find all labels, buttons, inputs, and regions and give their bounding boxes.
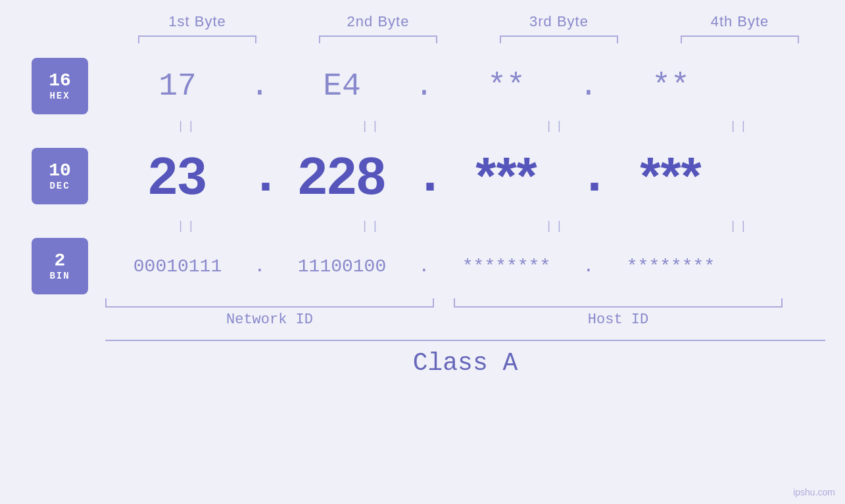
eq2-b1: || [105, 219, 270, 233]
network-id-bracket-line [105, 298, 434, 308]
hex-dot1: . [250, 68, 270, 104]
class-bracket-line [105, 340, 825, 341]
hex-row-container: 16 HEX 17 . E4 . ** . ** [0, 57, 845, 116]
hex-dot2: . [414, 68, 434, 104]
hex-number: 16 [49, 71, 71, 91]
dec-base-label: 10 DEC [32, 148, 88, 204]
bin-dot2: . [414, 256, 434, 277]
bin-row-container: 2 BIN 00010111 . 11100100 . ******** . *… [0, 237, 845, 296]
eq1-b1: || [105, 120, 270, 133]
eq2-b4: || [658, 219, 822, 233]
dec-values-row: 23 . 228 . *** . *** [105, 146, 743, 206]
bin-dot3: . [579, 256, 598, 277]
bracket-b3 [500, 35, 618, 43]
watermark: ipshu.com [793, 487, 835, 497]
bin-number: 2 [55, 251, 66, 271]
bin-b4: ******** [598, 256, 743, 277]
class-section: Class A [0, 340, 845, 377]
bin-b1: 00010111 [105, 256, 250, 277]
eq2-b3: || [473, 219, 638, 233]
dec-b2: 228 [270, 146, 414, 206]
hex-values-row: 17 . E4 . ** . ** [105, 68, 743, 104]
network-id-bracket-wrap: Network ID [105, 298, 434, 328]
eq1-b4: || [658, 120, 822, 133]
hex-b4: ** [598, 68, 743, 104]
eq2-b2: || [289, 219, 454, 233]
hex-b2: E4 [270, 68, 414, 104]
main-container: 1st Byte 2nd Byte 3rd Byte 4th Byte 16 H… [0, 0, 845, 504]
bottom-bracket-section: Network ID Host ID [0, 298, 845, 328]
bin-b2: 11100100 [270, 256, 414, 277]
dec-b4: *** [598, 146, 743, 206]
network-id-label: Network ID [226, 311, 313, 328]
bin-base-label: 2 BIN [32, 238, 88, 294]
host-id-bracket-wrap: Host ID [454, 298, 783, 328]
host-id-bracket-line [454, 298, 783, 308]
byte-headers: 1st Byte 2nd Byte 3rd Byte 4th Byte [0, 13, 845, 30]
top-brackets [0, 35, 845, 43]
hex-label: HEX [49, 91, 70, 101]
hex-dot3: . [579, 68, 598, 104]
dec-row-container: 10 DEC 23 . 228 . *** . *** [0, 137, 845, 216]
equals-row-1: || || || || [0, 116, 845, 137]
class-label: Class A [413, 349, 518, 377]
hex-b3: ** [434, 68, 579, 104]
dec-dot2: . [414, 147, 434, 206]
dec-label: DEC [49, 181, 70, 191]
dec-b3: *** [434, 146, 579, 206]
bin-values-row: 00010111 . 11100100 . ******** . *******… [105, 256, 743, 277]
dec-number: 10 [49, 161, 71, 181]
byte2-header: 2nd Byte [288, 13, 469, 30]
byte4-header: 4th Byte [650, 13, 831, 30]
dec-b1: 23 [105, 146, 250, 206]
bin-dot1: . [250, 256, 270, 277]
eq1-b2: || [289, 120, 454, 133]
eq1-b3: || [473, 120, 638, 133]
bin-b3: ******** [434, 256, 579, 277]
bracket-b1 [138, 35, 256, 43]
equals-row-2: || || || || [0, 216, 845, 237]
bin-label: BIN [49, 271, 70, 281]
byte3-header: 3rd Byte [469, 13, 650, 30]
bottom-brackets: Network ID Host ID [105, 298, 845, 328]
dec-dot1: . [250, 147, 270, 206]
dec-dot3: . [579, 147, 598, 206]
hex-base-label: 16 HEX [32, 58, 88, 114]
host-id-label: Host ID [588, 311, 648, 328]
byte1-header: 1st Byte [107, 13, 288, 30]
bracket-b4 [681, 35, 799, 43]
bracket-b2 [319, 35, 437, 43]
hex-b1: 17 [105, 68, 250, 104]
